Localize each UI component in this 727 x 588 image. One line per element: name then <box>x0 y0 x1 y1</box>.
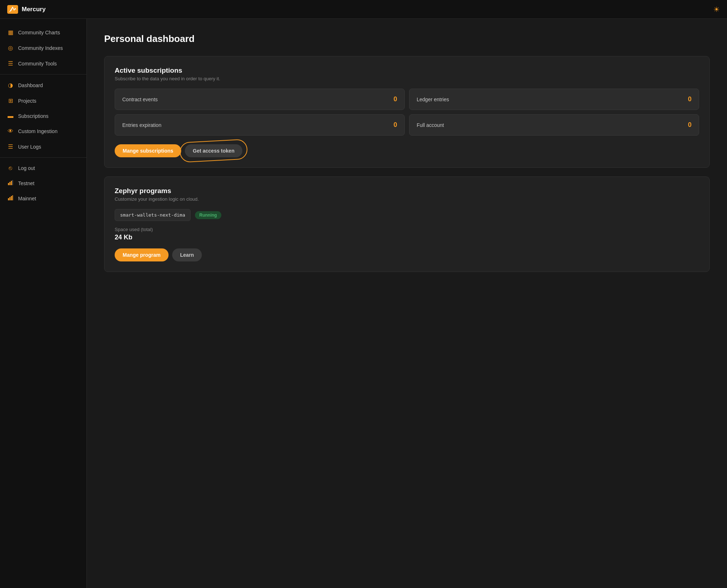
theme-toggle-icon[interactable]: ☀ <box>713 5 720 14</box>
zephyr-card-subtitle: Customize your ingestion logic on cloud. <box>115 196 699 202</box>
sub-count-ledger-entries: 0 <box>688 95 692 103</box>
get-access-token-highlight: Get access token <box>185 144 242 157</box>
layout: ▦ Community Charts ◎ Community Indexes ☰… <box>0 19 727 588</box>
sidebar-item-dashboard[interactable]: ◑ Dashboard <box>0 77 86 93</box>
svg-rect-2 <box>11 181 12 185</box>
sub-count-entries-expiration: 0 <box>394 121 397 129</box>
sub-label-ledger-entries: Ledger entries <box>417 97 449 102</box>
program-name: smart-wallets-next-dima <box>115 209 191 221</box>
svg-rect-5 <box>9 197 10 200</box>
manage-subscriptions-button[interactable]: Mange subscriptions <box>115 144 181 157</box>
topbar-left: Mercury <box>7 5 46 14</box>
subscriptions-card-subtitle: Subscribe to the data you need in order … <box>115 76 699 81</box>
sidebar-label-mainnet: Mainnet <box>18 196 36 201</box>
sidebar-divider-1 <box>0 74 86 74</box>
sidebar-item-testnet[interactable]: Testnet <box>0 176 86 191</box>
mainnet-icon <box>7 195 14 202</box>
sidebar-item-mainnet[interactable]: Mainnet <box>0 191 86 206</box>
zephyr-card-title: Zephyr programs <box>115 187 699 195</box>
main-content: Personal dashboard Active subscriptions … <box>87 19 727 588</box>
charts-icon: ▦ <box>7 29 14 36</box>
sub-label-full-account: Full account <box>417 122 444 128</box>
sidebar-item-user-logs[interactable]: ☰ User Logs <box>0 139 86 154</box>
sidebar-label-community-indexes: Community Indexes <box>18 45 63 51</box>
sub-item-ledger-entries: Ledger entries 0 <box>409 89 699 110</box>
subscription-grid: Contract events 0 Ledger entries 0 Entri… <box>115 89 699 136</box>
logo-icon <box>7 5 18 14</box>
sub-item-entries-expiration: Entries expiration 0 <box>115 114 405 136</box>
sidebar-label-testnet: Testnet <box>18 180 34 186</box>
sidebar-label-projects: Projects <box>18 98 37 104</box>
testnet-icon <box>7 180 14 187</box>
subscriptions-btn-group: Mange subscriptions Get access token <box>115 144 699 157</box>
topbar: Mercury ☀ <box>0 0 727 19</box>
sidebar-item-community-indexes[interactable]: ◎ Community Indexes <box>0 40 86 56</box>
sub-count-full-account: 0 <box>688 121 692 129</box>
sub-item-contract-events: Contract events 0 <box>115 89 405 110</box>
zephyr-programs-card: Zephyr programs Customize your ingestion… <box>104 176 710 272</box>
zephyr-btn-group: Mange program Learn <box>115 248 699 261</box>
sub-count-contract-events: 0 <box>394 95 397 103</box>
sidebar-item-custom-ingestion[interactable]: 👁 Custom Ingestion <box>0 124 86 139</box>
sidebar-label-subscriptions: Subscriptions <box>18 113 48 119</box>
sidebar-label-dashboard: Dashboard <box>18 82 43 88</box>
sidebar-item-logout[interactable]: ⎋ Log out <box>0 161 86 176</box>
user-logs-icon: ☰ <box>7 143 14 150</box>
active-subscriptions-card: Active subscriptions Subscribe to the da… <box>104 56 710 168</box>
get-access-token-button[interactable]: Get access token <box>185 144 242 157</box>
sub-label-contract-events: Contract events <box>122 97 158 102</box>
sidebar-label-custom-ingestion: Custom Ingestion <box>18 128 58 134</box>
logout-icon: ⎋ <box>7 165 14 171</box>
sub-item-full-account: Full account 0 <box>409 114 699 136</box>
dashboard-icon: ◑ <box>7 82 14 89</box>
projects-icon: ⊞ <box>7 97 14 104</box>
sidebar-item-projects[interactable]: ⊞ Projects <box>0 93 86 108</box>
sidebar-item-community-charts[interactable]: ▦ Community Charts <box>0 25 86 40</box>
sidebar-divider-2 <box>0 157 86 158</box>
space-label: Space used (total) <box>115 227 699 232</box>
manage-program-button[interactable]: Mange program <box>115 248 169 261</box>
sidebar-label-logout: Log out <box>18 165 35 171</box>
sidebar-item-subscriptions[interactable]: ▬ Subscriptions <box>0 108 86 124</box>
svg-rect-3 <box>12 180 13 185</box>
sidebar: ▦ Community Charts ◎ Community Indexes ☰… <box>0 19 87 588</box>
svg-rect-7 <box>12 195 13 200</box>
sidebar-label-community-tools: Community Tools <box>18 61 57 67</box>
subscriptions-icon: ▬ <box>7 113 14 119</box>
svg-rect-0 <box>8 183 9 185</box>
tools-icon: ☰ <box>7 60 14 67</box>
status-badge: Running <box>195 211 221 219</box>
sidebar-item-community-tools[interactable]: ☰ Community Tools <box>0 56 86 71</box>
page-title: Personal dashboard <box>104 33 710 44</box>
svg-rect-1 <box>9 182 10 185</box>
logo-svg <box>9 7 16 12</box>
program-item: smart-wallets-next-dima Running <box>115 209 699 221</box>
sidebar-label-user-logs: User Logs <box>18 144 41 150</box>
indexes-icon: ◎ <box>7 44 14 51</box>
learn-button[interactable]: Learn <box>172 248 202 261</box>
svg-rect-4 <box>8 198 9 200</box>
sub-label-entries-expiration: Entries expiration <box>122 122 161 128</box>
sidebar-label-community-charts: Community Charts <box>18 30 60 35</box>
svg-rect-6 <box>11 196 12 200</box>
logo-text: Mercury <box>22 6 46 13</box>
subscriptions-card-title: Active subscriptions <box>115 67 699 74</box>
space-value: 24 Kb <box>115 234 699 241</box>
custom-ingestion-icon: 👁 <box>7 128 14 135</box>
